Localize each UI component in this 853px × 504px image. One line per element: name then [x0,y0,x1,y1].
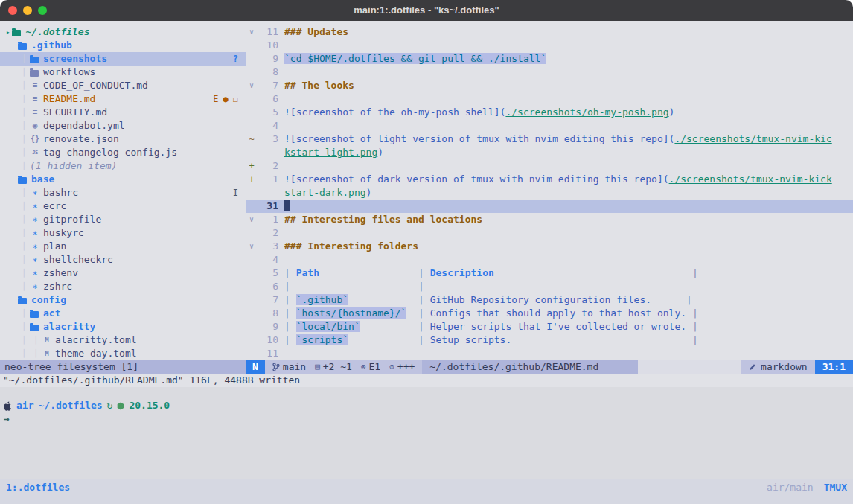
tree-indent-guide: │ [18,92,30,106]
tree-item-screenshots[interactable]: │screenshots? [0,52,246,66]
tree-item-label: shellcheckrc [43,253,113,267]
tree-item-dependabot-yml[interactable]: │◉dependabot.yml [0,119,246,133]
tree-item-github[interactable]: .github [0,39,246,52]
line-text: `cd $HOME/.dotfiles && git pull && ./ins… [284,52,546,66]
tree-item-zshrc[interactable]: │∗zshrc [0,280,246,293]
editor-line[interactable]: kstart-light.png) [246,146,853,159]
editor-line[interactable]: 31 [246,200,853,213]
editor-line[interactable]: 7| `.github` | GitHub Repository configu… [246,293,853,307]
tree-item-act[interactable]: │act [0,307,246,320]
tree-item-theme-day-toml[interactable]: ││Mtheme-day.toml [0,347,246,360]
line-number: 11 [258,25,278,39]
tree-indent-guide: │ [18,66,30,79]
editor-line[interactable]: 6 [246,92,853,106]
fold-column [246,92,258,106]
fold-column [246,293,258,307]
tree-item-label: renovate.json [43,133,119,146]
editor-line[interactable]: ~3![screenshot of light version of tmux … [246,133,853,146]
editor-line[interactable]: +2 [246,159,853,173]
tree-item-label: huskyrc [43,226,84,240]
shell-pane[interactable]: air ~/.dotfiles ↻ 20.15.0 → 1:.dotfiles … [0,387,853,504]
syntax-token: | [686,334,698,345]
titlebar[interactable]: main:1:.dotfiles - "ks~/.dotfiles" [0,0,853,21]
tree-indent-guide: │ [18,159,30,173]
fold-icon: ∨ [246,25,258,39]
line-number: 2 [258,226,278,240]
editor-line[interactable]: 5| Path | Description | [246,267,853,280]
close-button[interactable] [8,6,17,15]
editor-line[interactable]: 10 [246,39,853,52]
line-text: ![screenshot of the oh-my-posh shell](./… [284,106,674,119]
editor-line[interactable]: 2 [246,226,853,240]
line-number: 8 [258,66,278,79]
statusline: N main ▤ +2 ~1 ⊗ E1 ⊙ +++ ~ [246,360,853,374]
tree-item-1-hidden-item[interactable]: │(1 hidden item) [0,159,246,173]
editor-pane[interactable]: ∨11### Updates109`cd $HOME/.dotfiles && … [246,21,853,360]
editor-line[interactable]: ∨1## Interesting files and locations [246,213,853,226]
toml-file-icon: M [42,334,52,347]
editor-line[interactable]: 4 [246,119,853,133]
tree-item-ecrc[interactable]: │∗ecrc [0,200,246,213]
editor-line[interactable]: ∨7## The looks [246,79,853,92]
syntax-token [319,267,412,278]
cursor-position: 31:1 [815,360,853,374]
editor-line[interactable]: +1![screenshot of dark version of tmux w… [246,173,853,186]
misc-value: +++ [397,360,415,374]
tree-item-shellcheckrc[interactable]: │∗shellcheckrc [0,253,246,267]
tree-indent-guide: │ [18,307,30,320]
editor-line[interactable]: 5![screenshot of the oh-my-posh shell](.… [246,106,853,119]
minimize-button[interactable] [23,6,32,15]
line-text: ![screenshot of dark version of tmux wit… [284,173,832,186]
fold-column [246,119,258,133]
fold-column [246,39,258,52]
editor-line[interactable]: start-dark.png) [246,186,853,200]
editor-line[interactable]: 9| `local/bin` | Helper scripts that I'v… [246,320,853,334]
zoom-button[interactable] [38,6,47,15]
tree-item-security-md[interactable]: │≡SECURITY.md [0,106,246,119]
tree-item-dotfiles[interactable]: ▸~/.dotfiles [0,25,246,39]
tree-item-tag-changelog-config-js[interactable]: │JStag-changelog-config.js [0,146,246,159]
syntax-token [348,334,412,345]
tree-item-workflows[interactable]: │workflows [0,66,246,79]
yml-file-icon: ◉ [30,119,40,133]
tree-item-alacritty-toml[interactable]: ││Malacritty.toml [0,334,246,347]
tree-item-code-of-conduct-md[interactable]: │≡CODE_OF_CONDUCT.md [0,79,246,92]
tree-item-config[interactable]: config [0,293,246,307]
tree-item-gitprofile[interactable]: │∗gitprofile [0,213,246,226]
editor-line[interactable]: 8 [246,66,853,79]
prompt-host: air [16,399,33,412]
error-icon: ⊗ [361,360,366,374]
tree-item-plan[interactable]: │∗plan [0,240,246,253]
syntax-token: `hosts/{hostname}/` [296,307,407,319]
editor-line[interactable]: 8| `hosts/{hostname}/` | Configs that sh… [246,307,853,320]
line-number: 1 [258,173,278,186]
line-number: 2 [258,159,278,173]
tree-item-base[interactable]: base [0,173,246,186]
tree-indent-guide: │ [18,146,30,159]
tree-item-zshenv[interactable]: │∗zshenv [0,267,246,280]
syntax-token: `local/bin` [296,321,360,332]
tree-item-renovate-json[interactable]: │{}renovate.json [0,133,246,146]
shell-input-line[interactable]: → [4,412,853,426]
editor-buffer[interactable]: ∨11### Updates109`cd $HOME/.dotfiles && … [246,25,853,360]
editor-line[interactable]: 11 [246,347,853,360]
tree-item-label: (1 hidden item) [30,159,117,173]
tree-item-readme-md[interactable]: │≡README.mdE●☐ [0,92,246,106]
line-number: 7 [258,79,278,92]
editor-line[interactable]: 10| `scripts` | Setup scripts. | [246,334,853,347]
editor-line[interactable]: 6| -------------------- | --------------… [246,280,853,293]
editor-line[interactable]: 4 [246,253,853,267]
tree-item-huskyrc[interactable]: │∗huskyrc [0,226,246,240]
md-file-icon: ≡ [30,92,40,106]
tree-indent-guide: │ [18,213,30,226]
tree-item-bashrc[interactable]: │∗bashrcI [0,186,246,200]
fold-column [246,226,258,240]
line-number: 3 [258,133,278,146]
tree-item-alacritty[interactable]: │alacritty [0,320,246,334]
window-title: main:1:.dotfiles - "ks~/.dotfiles" [0,4,853,17]
git-diff: ▤ +2 ~1 [315,360,352,374]
editor-line[interactable]: ∨11### Updates [246,25,853,39]
editor-line[interactable]: 9`cd $HOME/.dotfiles && git pull && ./in… [246,52,853,66]
tmux-window-label[interactable]: 1:.dotfiles [6,481,70,494]
editor-line[interactable]: ∨3### Interesting folders [246,240,853,253]
